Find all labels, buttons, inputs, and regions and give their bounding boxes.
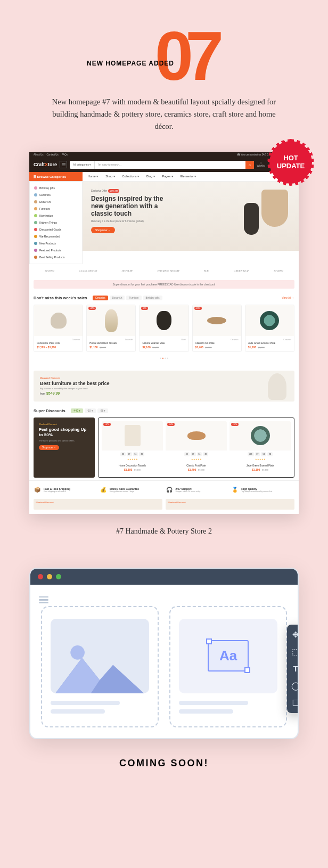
nav-item[interactable]: Blog ▾ [146, 175, 155, 178]
text-placeholder-card: Aa [169, 606, 287, 727]
furniture-banner[interactable]: Weekend Discount Best furniture at the b… [34, 371, 294, 402]
sidebar-item[interactable]: Birthday gifts [30, 185, 82, 192]
product-card[interactable]: -17%80075138★★★★★Home Decoration Tassels… [102, 421, 163, 474]
browse-categories[interactable]: ☰ Browse Categories [29, 172, 83, 181]
discount-tab[interactable]: -28 ▾ [97, 408, 109, 413]
bust-image [268, 373, 286, 400]
badge-l1: HOT [283, 154, 298, 162]
product-card[interactable]: CeramicsDecorative Plant Pots$1,505 – $1… [34, 305, 83, 352]
menu-icon [39, 596, 48, 605]
view-all-link[interactable]: View All → [282, 296, 294, 299]
move-tool-icon[interactable]: ✥ [291, 630, 299, 640]
filter-tab[interactable]: Birthday gifts [143, 296, 162, 300]
search-category[interactable]: All categories ▾ [70, 161, 95, 169]
nav: ☰ Browse Categories Home ▾Shop ▾Collecti… [29, 172, 299, 182]
topbar-link[interactable]: FAQs [62, 153, 68, 156]
category-sidebar: Birthday giftsCeramicsDecor ArtFurniture… [29, 182, 83, 264]
slider-sub: Recovery it is the best place for furnit… [91, 220, 290, 223]
browser-mockup: Aa ✥ ⬚ T ◯ ❏ [29, 568, 299, 739]
discount-tab[interactable]: -440 ▾ [71, 408, 83, 413]
layers-tool-icon[interactable]: ❏ [291, 698, 299, 708]
discount-promo-card[interactable]: Weekend Discount Feel-good shopping Up t… [34, 417, 95, 478]
select-tool-icon[interactable]: ⬚ [291, 647, 299, 657]
sidebar-item[interactable]: Featured Products [30, 247, 82, 254]
topbar-link[interactable]: Contact Us [47, 153, 59, 156]
brand-logo[interactable]: GREEN LEAF [234, 269, 249, 272]
filter-tab[interactable]: Ceramics [93, 296, 108, 300]
product-card[interactable]: -24%CeramicsClassic Fruit Plate$1,400 $1… [192, 305, 242, 352]
aa-icon: Aa [208, 640, 249, 672]
product-card[interactable]: -24%80075138★★★★★Classic Fruit Plate$1,4… [166, 421, 227, 474]
sidebar-item[interactable]: Discounted Goods [30, 226, 82, 233]
badge-l2: UPDATE [277, 162, 305, 170]
screenshot-wrapper: HOT UPDATE About UsContact UsFAQs ☎ You … [29, 152, 299, 514]
sidebar-item[interactable]: Best Selling Products [30, 254, 82, 261]
filter-tab[interactable]: Decor Art [110, 296, 125, 300]
banner-heading: Best furniture at the best price [40, 381, 288, 386]
feature-item: 💰Money Back GuaranteeEasy guarantee unde… [100, 486, 163, 494]
nav-item[interactable]: Home ▾ [88, 175, 98, 178]
discount-tab[interactable]: -10 ▾ [85, 408, 96, 413]
sidebar-item[interactable]: New Products [30, 240, 82, 247]
topbar-link[interactable]: About Us [34, 153, 44, 156]
promo-bar: Super discount for your first purchase F… [34, 280, 294, 289]
coming-soon-label: COMING SOON! [29, 758, 299, 769]
coming-soon-section: Aa ✥ ⬚ T ◯ ❏ COMING SOON! [29, 568, 299, 769]
header: CraftXtore All categories ▾ I'm easy to … [29, 158, 299, 172]
brand-logo[interactable]: M.R. [204, 269, 209, 272]
slider-heading: Designs inspired by the new generation w… [91, 195, 166, 218]
brand-logo[interactable]: miracal DESIGN [79, 269, 97, 272]
search-bar[interactable]: All categories ▾ I'm easy to search... ⌕ [70, 161, 254, 169]
vase-image [244, 203, 259, 235]
brand-logo[interactable]: PARADISE RESORT [157, 269, 179, 272]
logo[interactable]: CraftXtore [34, 162, 57, 167]
nav-item[interactable]: Pages ▾ [162, 175, 173, 178]
nav-item[interactable]: Collections ▾ [122, 175, 139, 178]
min-dot [47, 574, 52, 579]
week-sales-heading: Don't miss this week's sales [34, 296, 87, 300]
search-input[interactable]: I'm easy to search... [95, 161, 245, 169]
nav-item[interactable]: Elementor ▾ [181, 175, 196, 178]
product-card[interactable]: -17%Decor ArtHome Decoration Tassels$1,1… [86, 305, 136, 352]
search-button[interactable]: ⌕ [245, 161, 254, 169]
discount-badge: -20% Off [108, 189, 120, 193]
sidebar-item[interactable]: Decor Art [30, 199, 82, 206]
lamp-image [261, 190, 288, 227]
brand-logo[interactable]: JEWELRY [121, 269, 133, 272]
pagination-dots[interactable]: ● ● ● ● [34, 352, 294, 364]
disc-shop-button[interactable]: Shop now → [39, 445, 59, 450]
bottom-banner[interactable]: Weekend Discount [166, 499, 294, 510]
editor-toolbar: ✥ ⬚ T ◯ ❏ [287, 625, 299, 713]
sidebar-item[interactable]: Illumination [30, 212, 82, 219]
mountain-icon [51, 619, 149, 693]
discounts-heading: Super Discounts [34, 408, 65, 413]
features-row: 📦Fast & Free ShippingFree shipping on al… [29, 480, 299, 499]
sidebar-item[interactable]: Furniture [30, 206, 82, 212]
product-card[interactable]: CeramicsJade Green Enamel Plate$1,100 $1… [245, 305, 294, 352]
search-tool-icon[interactable]: ◯ [291, 681, 299, 691]
product-card[interactable]: -17%408075138★★★★★Jade Green Enamel Plat… [229, 421, 291, 474]
shop-now-button[interactable]: Shop now → [91, 227, 115, 233]
disc-tag: Weekend Discount [39, 423, 89, 425]
description: New homepage #7 with modern & beautiful … [45, 96, 283, 133]
filter-tab[interactable]: Furniture [126, 296, 141, 300]
max-dot [56, 574, 61, 579]
disc-sub: The latest products and special offers. [39, 439, 89, 442]
disc-heading: Feel-good shopping Up to 50% [39, 427, 89, 438]
product-card[interactable]: -8%IllumiNatural Enamel Vase$2,100 $2,40… [139, 305, 188, 352]
banner-price: $549.99 [46, 391, 60, 395]
hero-digits: 07 [155, 21, 216, 91]
brand-logo[interactable]: STUDIO [45, 269, 54, 272]
brand-logo[interactable]: STUDIO [274, 269, 283, 272]
bottom-banner[interactable]: Weekend Discount [34, 499, 162, 510]
sidebar-item[interactable]: We Recomended [30, 233, 82, 240]
text-tool-icon[interactable]: T [291, 664, 299, 674]
hamburger-icon[interactable] [60, 161, 67, 168]
feature-item: 🏅High QualityTop always ensure quality c… [231, 486, 294, 494]
feature-item: 📦Fast & Free ShippingFree shipping on al… [34, 486, 97, 494]
feature-item: 🎧24/7 SupportSupport online 24 hours a d… [166, 486, 229, 494]
nav-item[interactable]: Shop ▾ [105, 175, 114, 178]
sidebar-item[interactable]: Ceramics [30, 192, 82, 199]
account-link[interactable]: ♡Wishlist [257, 162, 265, 167]
sidebar-item[interactable]: Kitchen Things [30, 219, 82, 226]
